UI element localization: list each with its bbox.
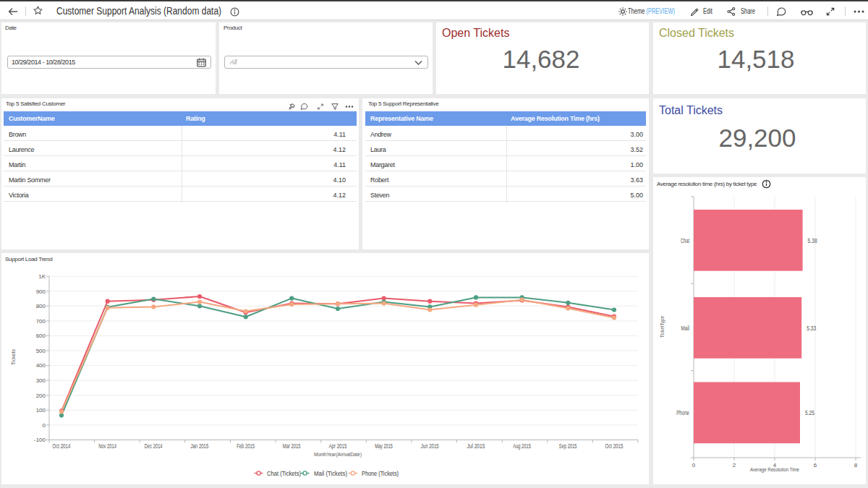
- svg-text:Phone (Tickets): Phone (Tickets): [362, 470, 399, 477]
- svg-text:6: 6: [814, 462, 817, 468]
- svg-text:0: 0: [692, 462, 696, 468]
- svg-text:Aug 2015: Aug 2015: [513, 443, 531, 450]
- svg-text:Mar 2015: Mar 2015: [283, 443, 301, 450]
- svg-text:Tickets: Tickets: [10, 349, 17, 365]
- svg-text:Nov 2014: Nov 2014: [98, 443, 116, 450]
- svg-text:5.25: 5.25: [805, 410, 814, 416]
- svg-text:0: 0: [43, 422, 46, 429]
- svg-text:Jun 2015: Jun 2015: [421, 443, 439, 450]
- svg-text:5.38: 5.38: [808, 238, 817, 244]
- svg-text:400: 400: [36, 362, 46, 369]
- svg-text:Jan 2015: Jan 2015: [191, 443, 209, 450]
- svg-text:Average Resolution Time: Average Resolution Time: [750, 466, 799, 473]
- svg-text:TicketType: TicketType: [659, 316, 665, 338]
- svg-text:MonthYear(ArrivalDate): MonthYear(ArrivalDate): [314, 451, 362, 458]
- svg-text:900: 900: [36, 288, 46, 295]
- svg-text:-100: -100: [34, 437, 46, 443]
- svg-text:300: 300: [36, 377, 46, 384]
- svg-text:8: 8: [854, 462, 858, 468]
- svg-text:5.33: 5.33: [807, 325, 816, 332]
- svg-text:Oct 2015: Oct 2015: [605, 443, 624, 450]
- svg-text:Apr 2015: Apr 2015: [329, 443, 347, 450]
- svg-text:2: 2: [733, 462, 736, 468]
- svg-text:500: 500: [36, 348, 46, 354]
- svg-text:200: 200: [36, 393, 46, 399]
- svg-text:Dec 2014: Dec 2014: [145, 443, 163, 450]
- svg-text:Oct 2014: Oct 2014: [53, 443, 71, 450]
- svg-text:100: 100: [36, 407, 46, 414]
- svg-text:700: 700: [36, 318, 46, 325]
- svg-text:Phone: Phone: [676, 410, 689, 416]
- svg-text:Chat (Tickets): Chat (Tickets): [267, 470, 301, 477]
- svg-text:600: 600: [36, 333, 46, 339]
- svg-text:Sep 2015: Sep 2015: [559, 443, 577, 450]
- svg-text:800: 800: [36, 303, 46, 309]
- svg-text:Feb 2015: Feb 2015: [237, 443, 255, 450]
- svg-text:Mail: Mail: [681, 325, 690, 332]
- svg-text:May 2015: May 2015: [375, 443, 393, 450]
- svg-text:1K: 1K: [38, 273, 46, 280]
- svg-text:Jul 2015: Jul 2015: [467, 443, 485, 450]
- svg-text:Chat: Chat: [681, 238, 690, 244]
- svg-text:Mail (Tickets): Mail (Tickets): [314, 470, 347, 477]
